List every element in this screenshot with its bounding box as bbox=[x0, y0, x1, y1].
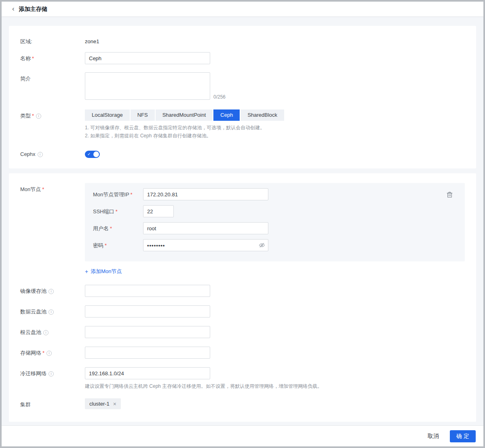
char-counter: 0/256 bbox=[213, 94, 226, 100]
info-icon[interactable]: i bbox=[36, 114, 41, 119]
username-input[interactable] bbox=[143, 222, 268, 234]
name-input[interactable] bbox=[85, 52, 210, 64]
cluster-tag-label: cluster-1 bbox=[89, 401, 110, 407]
type-hint-1: 1. 可对镜像缓存、根云盘、数据云盘指定特定的存储池，可选项，默认会自动创建。 bbox=[85, 124, 284, 132]
page-title: 添加主存储 bbox=[19, 6, 47, 13]
required-asterisk: * bbox=[42, 350, 44, 356]
cluster-row: 集群 cluster-1 × bbox=[20, 398, 465, 409]
type-hints: 1. 可对镜像缓存、根云盘、数据云盘指定特定的存储池，可选项，默认会自动创建。 … bbox=[85, 124, 284, 140]
info-icon[interactable]: i bbox=[43, 330, 48, 335]
type-tab-nfs[interactable]: NFS bbox=[131, 109, 155, 121]
type-tab-localstorage[interactable]: LocalStorage bbox=[85, 109, 130, 121]
titlebar: ‹ 添加主存储 bbox=[2, 2, 483, 17]
required-asterisk: * bbox=[110, 225, 112, 231]
storage-network-input[interactable] bbox=[85, 347, 210, 359]
add-mon-node-label: 添加Mon节点 bbox=[91, 268, 122, 275]
type-tab-sharedblock[interactable]: SharedBlock bbox=[240, 109, 284, 121]
migration-network-row: 冷迁移网络i 建议设置专门网络供云主机跨 Ceph 主存储冷迁移使用。如不设置，… bbox=[20, 367, 465, 390]
required-asterisk: * bbox=[131, 191, 133, 198]
name-row: 名称* bbox=[20, 52, 465, 64]
password-input[interactable] bbox=[143, 239, 268, 251]
cancel-button[interactable]: 取消 bbox=[428, 433, 439, 440]
ceph-detail-card: Mon节点* Mon节点管理IP* SSH端口* bbox=[9, 173, 476, 422]
migration-network-input[interactable] bbox=[85, 367, 210, 379]
description-row: 简介 0/256 bbox=[20, 72, 465, 100]
mon-ip-label: Mon节点管理IP* bbox=[93, 188, 143, 198]
zone-row: 区域: zone1 bbox=[20, 38, 465, 45]
back-icon[interactable]: ‹ bbox=[12, 5, 15, 13]
close-icon[interactable]: × bbox=[113, 401, 116, 407]
mon-label: Mon节点* bbox=[20, 183, 85, 193]
type-tabs: LocalStorage NFS SharedMountPoint Ceph S… bbox=[85, 109, 284, 121]
root-volume-pool-input[interactable] bbox=[85, 326, 210, 338]
image-cache-pool-label: 镜像缓存池i bbox=[20, 285, 85, 294]
check-icon: ✓ bbox=[87, 151, 91, 157]
password-label: 密码* bbox=[93, 239, 143, 249]
image-cache-pool-input[interactable] bbox=[85, 285, 210, 297]
required-asterisk: * bbox=[32, 55, 34, 61]
storage-network-row: 存储网络*i bbox=[20, 347, 465, 359]
description-label: 简介 bbox=[20, 72, 85, 82]
cluster-tag: cluster-1 × bbox=[85, 398, 121, 409]
form-body: 区域: zone1 名称* 简介 0/256 类型*i bbox=[2, 17, 483, 425]
ssh-port-row: SSH端口* bbox=[93, 205, 457, 217]
mon-ip-row: Mon节点管理IP* bbox=[93, 188, 457, 200]
toggle-knob bbox=[93, 151, 99, 157]
ssh-port-label: SSH端口* bbox=[93, 205, 143, 215]
required-asterisk: * bbox=[116, 208, 118, 215]
data-volume-pool-label: 数据云盘池i bbox=[20, 305, 85, 315]
zone-label: 区域: bbox=[20, 38, 85, 45]
required-asterisk: * bbox=[32, 113, 34, 119]
cephx-toggle[interactable]: ✓ bbox=[85, 151, 100, 158]
storage-network-label: 存储网络*i bbox=[20, 347, 85, 356]
migration-network-label: 冷迁移网络i bbox=[20, 367, 85, 377]
type-label: 类型*i bbox=[20, 109, 85, 119]
password-wrap bbox=[143, 239, 268, 251]
cephx-label: Cephxi bbox=[20, 148, 85, 158]
add-mon-row: + 添加Mon节点 bbox=[85, 261, 465, 285]
info-icon[interactable]: i bbox=[46, 351, 52, 356]
info-icon[interactable]: i bbox=[48, 371, 54, 376]
info-icon[interactable]: i bbox=[38, 152, 43, 157]
data-volume-pool-input[interactable] bbox=[85, 305, 210, 318]
type-hint-2: 2. 如果指定，则需提前在 Ceph 存储集群自行创建存储池。 bbox=[85, 132, 284, 140]
mon-node-panel: Mon节点管理IP* SSH端口* 用户名* bbox=[85, 183, 465, 261]
confirm-button[interactable]: 确定 bbox=[450, 430, 476, 442]
info-icon[interactable]: i bbox=[48, 289, 54, 294]
username-row: 用户名* bbox=[93, 222, 457, 234]
migration-network-hint: 建议设置专门网络供云主机跨 Ceph 主存储冷迁移使用。如不设置，将默认使用管理… bbox=[85, 383, 322, 390]
zone-value: zone1 bbox=[85, 38, 99, 45]
type-tab-sharedmountpoint[interactable]: SharedMountPoint bbox=[156, 109, 213, 121]
root-volume-pool-row: 根云盘池i bbox=[20, 326, 465, 338]
mon-row: Mon节点* Mon节点管理IP* SSH端口* bbox=[20, 183, 465, 261]
basic-info-card: 区域: zone1 名称* 简介 0/256 类型*i bbox=[9, 26, 476, 168]
eye-off-icon[interactable] bbox=[259, 242, 265, 248]
trash-icon[interactable] bbox=[447, 191, 453, 198]
name-label: 名称* bbox=[20, 52, 85, 62]
plus-icon: + bbox=[85, 268, 88, 275]
type-row: 类型*i LocalStorage NFS SharedMountPoint C… bbox=[20, 109, 465, 140]
description-textarea[interactable] bbox=[85, 72, 210, 100]
cluster-label: 集群 bbox=[20, 398, 85, 408]
root-volume-pool-label: 根云盘池i bbox=[20, 326, 85, 336]
required-asterisk: * bbox=[105, 242, 107, 248]
add-mon-node-link[interactable]: + 添加Mon节点 bbox=[85, 268, 122, 275]
description-wrap: 0/256 bbox=[85, 72, 226, 100]
required-asterisk: * bbox=[42, 186, 44, 192]
image-cache-pool-row: 镜像缓存池i bbox=[20, 285, 465, 297]
cephx-row: Cephxi ✓ bbox=[20, 148, 465, 158]
username-label: 用户名* bbox=[93, 222, 143, 232]
mon-ip-input[interactable] bbox=[143, 188, 268, 200]
add-primary-storage-dialog: ‹ 添加主存储 区域: zone1 名称* 简介 0/256 bbox=[2, 2, 483, 446]
info-icon[interactable]: i bbox=[48, 309, 54, 315]
ssh-port-input[interactable] bbox=[143, 205, 174, 217]
migration-network-control: 建议设置专门网络供云主机跨 Ceph 主存储冷迁移使用。如不设置，将默认使用管理… bbox=[85, 367, 322, 390]
password-row: 密码* bbox=[93, 239, 457, 251]
type-tab-ceph[interactable]: Ceph bbox=[213, 109, 240, 121]
type-control: LocalStorage NFS SharedMountPoint Ceph S… bbox=[85, 109, 284, 140]
dialog-footer: 取消 确定 bbox=[2, 425, 483, 446]
data-volume-pool-row: 数据云盘池i bbox=[20, 305, 465, 318]
